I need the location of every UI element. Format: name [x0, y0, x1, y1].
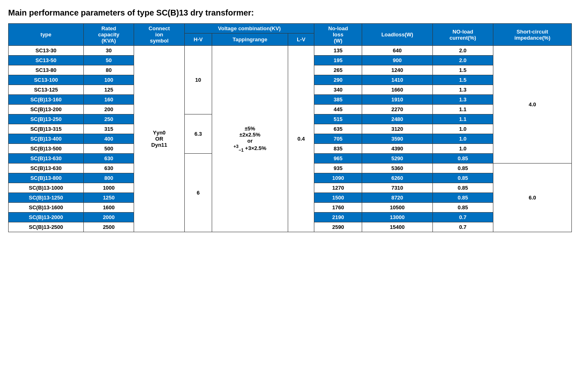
page-title: Main performance parameters of type SC(B… — [8, 8, 572, 18]
cell-noload-loss: 1270 — [314, 183, 362, 193]
cell-nocurrent: 1.5 — [432, 65, 493, 75]
cell-loadloss: 10500 — [362, 203, 432, 213]
cell-type: SC(B)13-630 — [9, 164, 84, 173]
cell-noload-loss: 2590 — [314, 222, 362, 232]
cell-nocurrent: 1.0 — [432, 134, 493, 144]
cell-type: SC(B)13-1000 — [9, 183, 84, 193]
cell-nocurrent: 2.0 — [432, 46, 493, 56]
cell-capacity: 315 — [83, 124, 134, 134]
cell-noload-loss: 1500 — [314, 193, 362, 203]
cell-loadloss: 13000 — [362, 213, 432, 222]
cell-capacity: 800 — [83, 173, 134, 183]
cell-loadloss: 8720 — [362, 193, 432, 203]
cell-nocurrent: 1.1 — [432, 105, 493, 114]
cell-loadloss: 640 — [362, 46, 432, 56]
cell-capacity: 200 — [83, 105, 134, 114]
cell-nocurrent: 0.85 — [432, 173, 493, 183]
cell-noload-loss: 635 — [314, 124, 362, 134]
cell-noload-loss: 2190 — [314, 213, 362, 222]
cell-loadloss: 2270 — [362, 105, 432, 114]
cell-loadloss: 2480 — [362, 114, 432, 124]
cell-hv: 10 — [184, 46, 212, 114]
cell-noload-loss: 385 — [314, 95, 362, 105]
col-impedance: Short-circuitimpedance(%) — [493, 24, 571, 46]
cell-capacity: 630 — [83, 154, 134, 164]
cell-capacity: 1600 — [83, 203, 134, 213]
cell-capacity: 2500 — [83, 222, 134, 232]
cell-capacity: 100 — [83, 75, 134, 85]
cell-type: SC(B)13-500 — [9, 144, 84, 154]
cell-loadloss: 7310 — [362, 183, 432, 193]
cell-noload-loss: 515 — [314, 114, 362, 124]
cell-capacity: 500 — [83, 144, 134, 154]
cell-type: SC13-125 — [9, 85, 84, 95]
cell-nocurrent: 0.7 — [432, 213, 493, 222]
cell-type: SC(B)13-630 — [9, 154, 84, 164]
cell-nocurrent: 1.0 — [432, 124, 493, 134]
cell-noload-loss: 1760 — [314, 203, 362, 213]
cell-type: SC(B)13-1250 — [9, 193, 84, 203]
cell-nocurrent: 1.3 — [432, 95, 493, 105]
cell-noload-loss: 290 — [314, 75, 362, 85]
cell-loadloss: 15400 — [362, 222, 432, 232]
cell-noload-loss: 135 — [314, 46, 362, 56]
col-type: type — [9, 24, 84, 46]
cell-lv: 0.4 — [288, 46, 314, 232]
cell-noload-loss: 705 — [314, 134, 362, 144]
cell-type: SC(B)13-800 — [9, 173, 84, 183]
col-tapping: Tappingrange — [212, 34, 288, 46]
cell-nocurrent: 0.85 — [432, 154, 493, 164]
col-hv: H-V — [184, 34, 212, 46]
cell-capacity: 2000 — [83, 213, 134, 222]
cell-tapping: ±5%±2x2.5%or+3−1 +3×2.5% — [212, 46, 288, 232]
cell-nocurrent: 2.0 — [432, 56, 493, 65]
cell-loadloss: 3120 — [362, 124, 432, 134]
cell-type: SC(B)13-315 — [9, 124, 84, 134]
cell-capacity: 160 — [83, 95, 134, 105]
cell-hv: 6 — [184, 154, 212, 232]
cell-nocurrent: 0.85 — [432, 183, 493, 193]
cell-type: SC13-30 — [9, 46, 84, 56]
cell-type: SC(B)13-2500 — [9, 222, 84, 232]
cell-noload-loss: 835 — [314, 144, 362, 154]
col-connection: Connectionsymbol — [134, 24, 184, 46]
cell-capacity: 1250 — [83, 193, 134, 203]
cell-nocurrent: 0.7 — [432, 222, 493, 232]
cell-noload-loss: 265 — [314, 65, 362, 75]
cell-capacity: 125 — [83, 85, 134, 95]
cell-loadloss: 1410 — [362, 75, 432, 85]
cell-noload-loss: 445 — [314, 105, 362, 114]
cell-noload-loss: 965 — [314, 154, 362, 164]
cell-type: SC(B)13-250 — [9, 114, 84, 124]
cell-loadloss: 3590 — [362, 134, 432, 144]
cell-loadloss: 5290 — [362, 154, 432, 164]
cell-type: SC13-80 — [9, 65, 84, 75]
cell-capacity: 1000 — [83, 183, 134, 193]
col-nocurrent: NO-loadcurrent(%) — [432, 24, 493, 46]
cell-nocurrent: 1.3 — [432, 85, 493, 95]
cell-capacity: 630 — [83, 164, 134, 173]
cell-hv: 6.3 — [184, 114, 212, 154]
cell-noload-loss: 195 — [314, 56, 362, 65]
cell-nocurrent: 0.85 — [432, 203, 493, 213]
cell-capacity: 250 — [83, 114, 134, 124]
cell-loadloss: 1660 — [362, 85, 432, 95]
cell-type: SC13-50 — [9, 56, 84, 65]
col-voltage-group: Voltage combination(KV) — [184, 24, 314, 34]
cell-type: SC13-100 — [9, 75, 84, 85]
cell-type: SC(B)13-160 — [9, 95, 84, 105]
cell-type: SC(B)13-200 — [9, 105, 84, 114]
cell-loadloss: 1240 — [362, 65, 432, 75]
cell-nocurrent: 1.0 — [432, 144, 493, 154]
cell-noload-loss: 935 — [314, 164, 362, 173]
cell-impedance: 4.0 — [493, 46, 571, 164]
cell-loadloss: 4390 — [362, 144, 432, 154]
col-capacity: Ratedcapacity(KVA) — [83, 24, 134, 46]
cell-nocurrent: 1.1 — [432, 114, 493, 124]
col-loadloss: Loadloss(W) — [362, 24, 432, 46]
cell-loadloss: 5360 — [362, 164, 432, 173]
cell-nocurrent: 0.85 — [432, 164, 493, 173]
cell-nocurrent: 1.5 — [432, 75, 493, 85]
cell-noload-loss: 1090 — [314, 173, 362, 183]
main-table: type Ratedcapacity(KVA) Connectionsymbol… — [8, 23, 572, 232]
